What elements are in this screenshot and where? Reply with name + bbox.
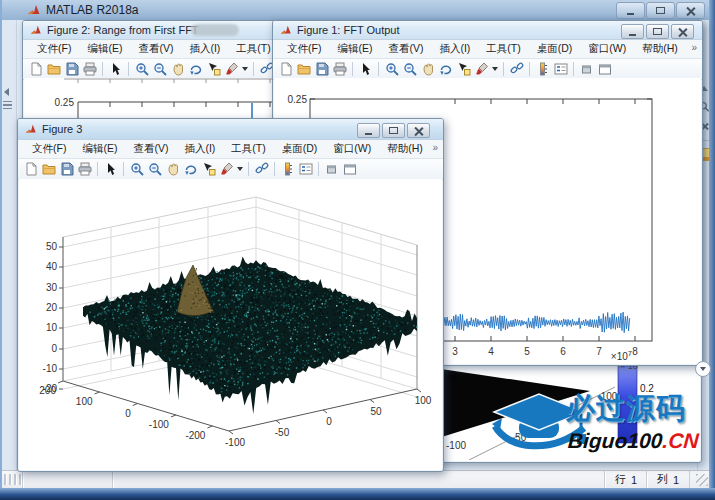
dock-figure-icon[interactable] <box>578 61 595 77</box>
insert-legend-icon[interactable] <box>552 61 569 77</box>
dock-figure-icon[interactable] <box>323 161 340 177</box>
open-file-icon[interactable] <box>40 161 57 177</box>
new-file-icon[interactable] <box>277 61 294 77</box>
main-titlebar[interactable]: MATLAB R2018a <box>0 0 715 21</box>
panel-list-icon[interactable] <box>3 101 12 109</box>
pan-icon[interactable] <box>169 61 186 77</box>
figure3-restore-button[interactable] <box>382 123 405 138</box>
brush-dropdown-icon[interactable] <box>491 61 499 77</box>
menu-item[interactable]: 帮助(H) <box>379 142 431 156</box>
print-icon[interactable] <box>331 61 348 77</box>
zoom-out-icon[interactable] <box>146 161 163 177</box>
menu-overflow-icon[interactable]: » <box>691 42 697 53</box>
figure3-window: Figure 3 文件(F)编辑(E)查看(V)插入(I)工具(T)桌面(D)窗… <box>17 118 444 472</box>
menu-item[interactable]: 文件(F) <box>24 142 74 156</box>
brush-icon[interactable] <box>473 61 490 77</box>
menu-item[interactable]: 插入(I) <box>431 42 478 56</box>
figure1-close-button[interactable] <box>671 24 694 39</box>
toolbar-separator <box>573 62 574 76</box>
menu-item[interactable]: 查看(V) <box>380 42 431 56</box>
menu-item[interactable]: 查看(V) <box>130 42 181 56</box>
undock-figure-icon[interactable] <box>596 61 613 77</box>
tick-label: 7 <box>596 346 602 357</box>
save-icon[interactable] <box>313 61 330 77</box>
tick-label: 100 <box>415 395 432 406</box>
rotate-3d-icon[interactable] <box>187 61 204 77</box>
menu-item[interactable]: 桌面(D) <box>529 42 581 56</box>
menu-item[interactable]: 插入(I) <box>181 42 228 56</box>
link-plots-icon[interactable] <box>508 61 525 77</box>
save-icon[interactable] <box>58 161 75 177</box>
figure3-titlebar[interactable]: Figure 3 <box>18 119 443 140</box>
figure1-toolbar <box>273 59 702 80</box>
tick-label: 6 <box>560 346 566 357</box>
main-minimize-button[interactable] <box>616 2 645 19</box>
zoom-in-icon[interactable] <box>128 161 145 177</box>
data-cursor-icon[interactable] <box>455 61 472 77</box>
undock-figure-icon[interactable] <box>341 161 358 177</box>
insert-legend-icon[interactable] <box>297 161 314 177</box>
resize-grip[interactable] <box>696 474 708 486</box>
menu-item[interactable]: 帮助(H) <box>634 42 686 56</box>
matlab-figure-icon <box>280 24 292 36</box>
menu-item[interactable]: 编辑(E) <box>329 42 380 56</box>
figure3-minimize-button[interactable] <box>357 123 380 138</box>
menu-item[interactable]: 文件(F) <box>279 42 329 56</box>
menu-item[interactable]: 工具(T) <box>223 142 273 156</box>
tick-label: 5 <box>524 346 530 357</box>
open-file-icon[interactable] <box>295 61 312 77</box>
zoom-in-icon[interactable] <box>383 61 400 77</box>
mesh-3d-plot[interactable]: 50403020100-10-202001000-100-200-100-500… <box>19 179 442 469</box>
save-icon[interactable] <box>63 61 80 77</box>
zoom-in-icon[interactable] <box>133 61 150 77</box>
menu-item[interactable]: 窗口(W) <box>325 142 379 156</box>
statusbar-grip[interactable] <box>4 474 22 485</box>
menu-item[interactable]: 文件(F) <box>29 42 79 56</box>
pointer-icon[interactable] <box>357 61 374 77</box>
menu-item[interactable]: 桌面(D) <box>274 142 326 156</box>
zoom-out-icon[interactable] <box>401 61 418 77</box>
collapse-left-icon[interactable] <box>4 88 9 96</box>
tick-label: 200 <box>39 385 56 396</box>
figure3-canvas[interactable]: 50403020100-10-202001000-100-200-100-500… <box>19 179 442 470</box>
figure1-minimize-button[interactable] <box>621 24 644 39</box>
statusbar-row-indicator: 行 1 <box>604 471 647 488</box>
pointer-icon[interactable] <box>102 161 119 177</box>
toolbar-separator <box>253 62 254 76</box>
zoom-out-icon[interactable] <box>151 61 168 77</box>
insert-colorbar-icon[interactable] <box>534 61 551 77</box>
new-file-icon[interactable] <box>27 61 44 77</box>
pan-icon[interactable] <box>419 61 436 77</box>
figure1-restore-button[interactable] <box>646 24 669 39</box>
menu-overflow-icon[interactable]: » <box>432 142 438 153</box>
print-icon[interactable] <box>76 161 93 177</box>
data-cursor-icon[interactable] <box>200 161 217 177</box>
brush-dropdown-icon[interactable] <box>236 161 244 177</box>
pan-icon[interactable] <box>164 161 181 177</box>
menu-item[interactable]: 编辑(E) <box>79 42 130 56</box>
insert-colorbar-icon[interactable] <box>279 161 296 177</box>
main-maximize-button[interactable] <box>646 2 675 19</box>
data-cursor-icon[interactable] <box>205 61 222 77</box>
menu-item[interactable]: 查看(V) <box>125 142 176 156</box>
link-plots-icon[interactable] <box>253 161 270 177</box>
statusbar-col-indicator: 列 1 <box>646 471 690 488</box>
brush-icon[interactable] <box>218 161 235 177</box>
brush-dropdown-icon[interactable] <box>241 61 249 77</box>
menu-item[interactable]: 窗口(W) <box>580 42 634 56</box>
brush-icon[interactable] <box>223 61 240 77</box>
figure1-titlebar[interactable]: Figure 1: FFT Output <box>273 21 702 40</box>
rotate-3d-icon[interactable] <box>437 61 454 77</box>
menu-item[interactable]: 工具(T) <box>478 42 528 56</box>
menu-item[interactable]: 编辑(E) <box>74 142 125 156</box>
new-file-icon[interactable] <box>22 161 39 177</box>
menu-item[interactable]: 插入(I) <box>176 142 223 156</box>
figure3-close-button[interactable] <box>407 123 430 138</box>
open-file-icon[interactable] <box>45 61 62 77</box>
rotate-3d-icon[interactable] <box>182 161 199 177</box>
pointer-icon[interactable] <box>107 61 124 77</box>
panel-dropdown-button[interactable] <box>695 361 711 377</box>
main-close-button[interactable] <box>676 2 705 19</box>
tick-label: 10 <box>46 322 58 333</box>
print-icon[interactable] <box>81 61 98 77</box>
